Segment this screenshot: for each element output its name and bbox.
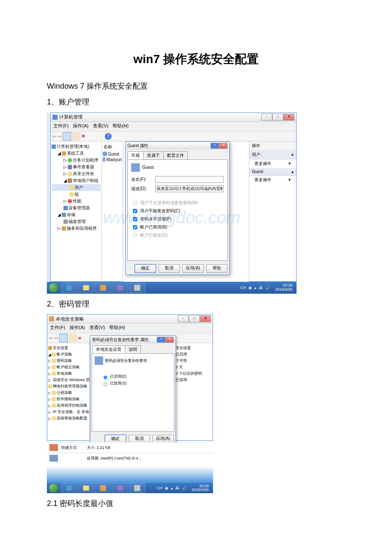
- start-button[interactable]: [47, 282, 61, 294]
- tree-firewall[interactable]: ▷ 高级安全 Windows 防火: [48, 377, 89, 383]
- volume-icon[interactable]: 🔊: [265, 286, 270, 290]
- delete-icon[interactable]: ✕: [81, 133, 85, 139]
- forward-icon[interactable]: ⇒: [54, 335, 58, 341]
- tab-memberof[interactable]: 隶属于: [143, 151, 164, 159]
- menu-file[interactable]: 文件(F): [50, 324, 65, 332]
- tray-icon[interactable]: ◉: [165, 486, 168, 490]
- chk-cannot-change-pwd[interactable]: 用户不能更改密码(C): [131, 208, 224, 214]
- tree-audit[interactable]: ▷ 高级审核策略配置: [48, 415, 89, 422]
- tree-pubkey[interactable]: ▷ 公钥策略: [48, 390, 89, 396]
- collapse-icon[interactable]: ▴: [291, 169, 294, 174]
- network-icon[interactable]: 🖧: [176, 486, 179, 490]
- ime-indicator[interactable]: CH: [240, 286, 246, 290]
- taskbar-app[interactable]: [129, 283, 145, 293]
- maximize-button[interactable]: □: [272, 114, 283, 121]
- tree-users[interactable]: 用户: [52, 184, 101, 191]
- col-name[interactable]: 名称: [103, 143, 122, 151]
- user-guest[interactable]: Guest: [103, 151, 122, 157]
- taskbar-app[interactable]: [112, 283, 128, 293]
- tree-nlm[interactable]: 网络列表管理器策略: [48, 383, 89, 390]
- ok-button[interactable]: 确定: [135, 264, 156, 273]
- menu-action[interactable]: 操作(A): [69, 324, 85, 332]
- tree-localusers[interactable]: ◢ 本地用户和组: [52, 177, 101, 184]
- tray-icon[interactable]: ▴: [254, 286, 257, 290]
- tree-diskmgr[interactable]: 磁盘管理: [52, 218, 101, 225]
- tree-root[interactable]: 安全设置: [48, 345, 89, 351]
- menu-help[interactable]: 帮助(H): [109, 324, 125, 332]
- minimize-button[interactable]: －: [261, 114, 272, 121]
- back-icon[interactable]: ⇐: [52, 133, 57, 139]
- system-tray[interactable]: CH ◉ ▴ 🖧 🔊 10:162016/4/26: [239, 283, 297, 292]
- taskbar-app[interactable]: [112, 483, 128, 493]
- tray-icon[interactable]: ▴: [171, 486, 173, 490]
- forward-icon[interactable]: ⇒: [58, 133, 62, 139]
- toolbar-btn[interactable]: [95, 132, 104, 141]
- toolbar-btn[interactable]: [86, 132, 95, 141]
- taskbar-explorer[interactable]: [78, 483, 94, 493]
- tree-task[interactable]: ▷ 任务计划程序: [52, 157, 101, 164]
- chk-account-disabled[interactable]: 帐户已禁用(B): [131, 224, 224, 231]
- taskbar-ie[interactable]: [61, 483, 77, 493]
- tree-perf[interactable]: ▷ 性能: [52, 198, 101, 205]
- dialog-help-button[interactable]: ?: [157, 337, 165, 343]
- titlebar[interactable]: 计算机管理 － □ ✕: [51, 113, 296, 122]
- tree-softres[interactable]: ▷ 软件限制策略: [48, 396, 89, 402]
- toolbar-btn[interactable]: [72, 132, 81, 141]
- apply-button[interactable]: 应用(A): [182, 264, 204, 273]
- ime-indicator[interactable]: CH: [157, 486, 162, 490]
- help-icon[interactable]: ?: [105, 133, 112, 140]
- volume-icon[interactable]: 🔊: [182, 486, 187, 490]
- tree-devmgr[interactable]: 设备管理器: [52, 205, 101, 211]
- tab-local-setting[interactable]: 本地安全设置: [92, 345, 125, 353]
- close-button[interactable]: ✕: [200, 315, 211, 322]
- tree-systools[interactable]: ◢ 系统工具: [52, 150, 101, 157]
- back-icon[interactable]: ⇐: [49, 335, 53, 341]
- dialog-help-button[interactable]: ?: [210, 143, 219, 149]
- maximize-button[interactable]: □: [189, 315, 200, 322]
- tree-share[interactable]: ▷ 共享文件夹: [52, 171, 101, 177]
- toolbar-btn[interactable]: [59, 334, 68, 342]
- tree-lockout[interactable]: ▷ 帐户锁定策略: [48, 364, 89, 370]
- tree-storage[interactable]: ◢ 存储: [52, 211, 101, 218]
- dialog-titlebar[interactable]: 密码必须符合复杂性要求 属性 ? ✕: [90, 336, 176, 344]
- clock[interactable]: 10:202016/4/26: [189, 484, 211, 493]
- system-tray[interactable]: CH ◉ ▴ 🖧 🔊 10:202016/4/26: [155, 484, 213, 493]
- radio-disabled[interactable]: 已禁用(S): [101, 381, 171, 386]
- dialog-close-button[interactable]: ✕: [219, 143, 228, 149]
- taskbar-app[interactable]: [129, 483, 145, 493]
- radio-enabled[interactable]: 已启用(E): [101, 374, 171, 379]
- more-actions[interactable]: 更多操作▸: [249, 176, 296, 184]
- start-button[interactable]: [47, 482, 61, 494]
- menu-file[interactable]: 文件(F): [53, 123, 69, 130]
- dialog-close-button[interactable]: ✕: [165, 337, 174, 343]
- tree-root[interactable]: 计算机管理(本地): [52, 143, 101, 150]
- titlebar[interactable]: 本地安全策略 － □ ✕: [47, 315, 213, 324]
- actions-section-user[interactable]: 用户▴: [249, 150, 296, 159]
- network-icon[interactable]: 🖧: [259, 286, 263, 290]
- close-button[interactable]: ✕: [283, 114, 294, 121]
- toolbar-btn[interactable]: [63, 132, 71, 141]
- tree-account[interactable]: ◢ 帐户策略: [48, 351, 89, 358]
- toolbar-btn[interactable]: [82, 334, 91, 342]
- tab-explain[interactable]: 说明: [125, 345, 141, 353]
- tray-icon[interactable]: ◉: [248, 286, 252, 290]
- taskbar-app[interactable]: [95, 283, 111, 293]
- collapse-icon[interactable]: ▴: [291, 152, 294, 158]
- tree-services[interactable]: ▷ 服务和应用程序: [52, 225, 101, 232]
- taskbar-ie[interactable]: [61, 283, 77, 293]
- more-actions[interactable]: 更多操作▸: [249, 159, 296, 168]
- tab-profile[interactable]: 配置文件: [163, 151, 188, 159]
- desc-input[interactable]: [155, 185, 224, 192]
- chk-pwd-never-expires[interactable]: 密码永不过期(P): [131, 216, 224, 223]
- tree-appctl[interactable]: ▷ 应用程序控制策略: [48, 402, 89, 409]
- minimize-button[interactable]: －: [178, 315, 189, 322]
- tree-local[interactable]: ▷ 本地策略: [48, 370, 89, 377]
- fullname-input[interactable]: [155, 176, 224, 183]
- menu-view[interactable]: 查看(V): [89, 324, 105, 332]
- delete-icon[interactable]: ✕: [78, 336, 81, 341]
- tree-event[interactable]: ▷ 事件查看器: [52, 164, 101, 171]
- tab-general[interactable]: 常规: [127, 151, 144, 159]
- actions-section-guest[interactable]: Guest▴: [249, 168, 296, 176]
- taskbar-app[interactable]: [95, 483, 111, 493]
- clock[interactable]: 10:162016/4/26: [273, 283, 295, 292]
